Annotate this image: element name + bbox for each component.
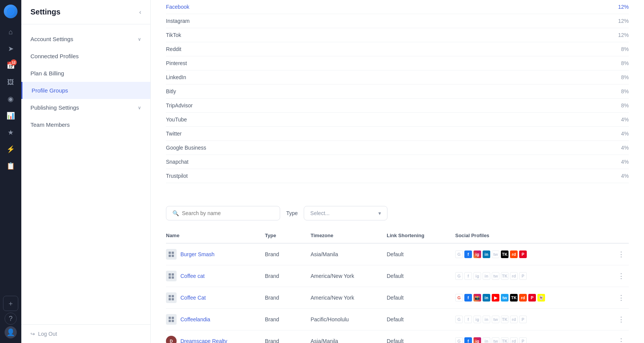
calendar-icon[interactable]: 📅 12 [3, 58, 18, 73]
platform-row: LinkedIn 8% [166, 70, 629, 85]
type-select[interactable]: Select... ▾ [304, 206, 387, 220]
settings-footer: ↪ Log Out [21, 324, 150, 343]
profile-link[interactable]: Dreamscape Realty [180, 338, 227, 343]
circle-icon[interactable]: ◉ [3, 91, 18, 107]
platform-pct: 8% [621, 88, 629, 94]
profile-icon [166, 314, 177, 325]
svg-rect-9 [172, 295, 174, 297]
search-input[interactable] [182, 210, 274, 216]
platform-name: Trustpilot [166, 173, 188, 179]
sidebar-item-plan-billing[interactable]: Plan & Billing [21, 65, 150, 82]
add-workspace-icon[interactable]: ＋ [3, 296, 18, 311]
twitter-icon: tw [492, 250, 499, 258]
search-box[interactable]: 🔍 [166, 206, 280, 220]
cell-name: D Dreamscape Realty [166, 336, 265, 343]
collapse-button[interactable]: ‹ [139, 9, 141, 16]
app-logo[interactable]: 🌀 [4, 5, 18, 18]
table-row: D Dreamscape Realty Brand Asia/Manila De… [166, 330, 629, 343]
platform-row: Trustpilot 4% [166, 169, 629, 183]
row-more-button[interactable]: ⋮ [614, 337, 629, 343]
reddit-icon: rd [510, 337, 518, 343]
svg-rect-10 [169, 298, 171, 300]
pinterest-icon: P [519, 250, 527, 258]
cell-shortening: Default [387, 295, 455, 301]
svg-rect-13 [172, 317, 174, 319]
cell-timezone: Asia/Manila [311, 251, 387, 257]
platform-row: Pinterest 8% [166, 56, 629, 70]
sidebar-item-profile-groups[interactable]: Profile Groups [21, 82, 150, 99]
platform-name: Facebook [166, 4, 189, 10]
cell-timezone: Asia/Manila [311, 338, 387, 343]
row-more-button[interactable]: ⋮ [614, 315, 629, 324]
send-icon[interactable]: ➤ [3, 41, 18, 56]
platform-row: Instagram 12% [166, 14, 629, 28]
sidebar-item-team-members[interactable]: Team Members [21, 116, 150, 133]
platform-pct: 4% [621, 173, 629, 179]
platform-pct: 8% [621, 102, 629, 108]
help-icon[interactable]: ? [5, 313, 17, 325]
search-icon: 🔍 [172, 210, 179, 216]
platform-pct: 4% [621, 116, 629, 123]
pinterest-icon: P [528, 294, 536, 302]
col-header-actions [614, 233, 629, 238]
platform-row: YouTube 4% [166, 113, 629, 127]
image-icon[interactable]: 🖼 [3, 75, 18, 90]
linkedin-icon: in [483, 316, 490, 323]
svg-rect-2 [169, 255, 171, 257]
profile-icon [166, 249, 177, 260]
linkedin-icon: in [483, 250, 490, 258]
row-more-button[interactable]: ⋮ [614, 294, 629, 302]
sidebar-item-connected-profiles[interactable]: Connected Profiles [21, 48, 150, 65]
platform-pct: 12% [618, 32, 629, 38]
platform-name: TikTok [166, 32, 181, 38]
platform-name: Bitly [166, 88, 176, 94]
bottom-nav-group: ＋ ? 👤 [3, 296, 18, 338]
home-icon[interactable]: ⌂ [3, 24, 18, 40]
table-header: Name Type Timezone Link Shortening Socia… [166, 228, 629, 244]
star-icon[interactable]: ★ [3, 125, 18, 140]
tiktok-icon: TK [510, 294, 518, 302]
cell-type: Brand [265, 316, 311, 322]
platform-name: Snapchat [166, 159, 188, 165]
profile-link[interactable]: Coffee Cat [180, 295, 206, 301]
platform-name: Google Business [166, 145, 206, 151]
row-more-button[interactable]: ⋮ [614, 272, 629, 280]
tiktok-icon: TK [501, 316, 509, 323]
col-header-link-shortening: Link Shortening [387, 233, 455, 238]
chevron-down-icon: ∨ [138, 105, 141, 110]
col-header-social-profiles: Social Profiles [455, 233, 614, 238]
svg-rect-5 [172, 273, 174, 276]
svg-rect-14 [169, 320, 171, 322]
tiktok-icon: TK [501, 337, 509, 343]
sidebar-item-publishing-settings[interactable]: Publishing Settings ∨ [21, 99, 150, 116]
settings-nav: Account Settings ∨ Connected Profiles Pl… [21, 24, 150, 324]
type-label: Type [286, 210, 298, 216]
logout-button[interactable]: ↪ Log Out [30, 331, 141, 337]
reddit-icon: rd [510, 250, 518, 258]
reddit-icon: rd [510, 272, 518, 280]
svg-rect-8 [169, 295, 171, 297]
lightning-icon[interactable]: ⚡ [3, 142, 18, 157]
instagram-icon: ig [473, 337, 481, 343]
profile-link[interactable]: Coffeelandia [180, 316, 210, 322]
cell-type: Brand [265, 295, 311, 301]
user-avatar-icon[interactable]: 👤 [5, 326, 17, 338]
reddit-icon: rd [510, 316, 518, 323]
profile-link[interactable]: Burger Smash [180, 251, 214, 257]
profile-icon: D [166, 336, 177, 343]
row-more-button[interactable]: ⋮ [614, 250, 629, 258]
profile-link[interactable]: Coffee cat [180, 273, 205, 279]
platform-row: Google Business 4% [166, 141, 629, 155]
report-icon[interactable]: 📋 [3, 158, 18, 174]
table-row: Coffeelandia Brand Pacific/Honolulu Defa… [166, 309, 629, 330]
snapchat-icon: 👻 [537, 294, 545, 302]
platform-pct: 12% [618, 4, 629, 10]
chart-bar-icon[interactable]: 📊 [3, 108, 18, 123]
platform-row: Reddit 8% [166, 42, 629, 56]
sidebar-item-account-settings[interactable]: Account Settings ∨ [21, 30, 150, 48]
cell-shortening: Default [387, 251, 455, 257]
table-row: Coffee Cat Brand America/New York Defaul… [166, 287, 629, 309]
twitter-icon: tw [501, 294, 509, 302]
chevron-down-icon: ▾ [378, 210, 381, 216]
cell-type: Brand [265, 273, 311, 279]
